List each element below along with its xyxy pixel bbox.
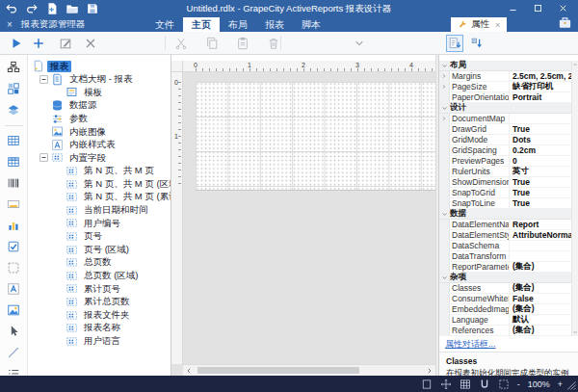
- line-icon[interactable]: [7, 346, 20, 359]
- expand-chevron-icon[interactable]: [439, 114, 450, 123]
- tree-item-report-name[interactable]: 报表名称: [28, 322, 171, 335]
- property-row-embeddedimages[interactable]: EmbeddedImages(集合): [439, 304, 571, 315]
- tree-item-report-folder[interactable]: 报表文件夹: [28, 308, 171, 322]
- property-row-gridmode[interactable]: GridModeDots: [439, 135, 571, 145]
- scroll-right-icon[interactable]: [426, 367, 434, 375]
- property-dialog-link[interactable]: 属性对话框...: [445, 338, 496, 351]
- edit-icon[interactable]: [59, 37, 72, 50]
- tree-item-page-n-of-m-section[interactable]: 第 N 页、共 M 页 (区域): [28, 177, 171, 191]
- chevron-up-icon[interactable]: [572, 62, 578, 67]
- scrollbar-thumb[interactable]: [197, 367, 359, 374]
- tab-file[interactable]: 文件: [146, 17, 183, 32]
- property-row-margins[interactable]: Margins2.5cm, 2.5cm, 2.5cm, 2.5cm: [439, 71, 571, 82]
- group-editor-icon[interactable]: [7, 82, 20, 95]
- property-row-consumewhitespace[interactable]: ConsumeWhiteSpaceFalse: [439, 294, 571, 304]
- tree-item-template[interactable]: 模板: [28, 86, 171, 99]
- tablix-icon[interactable]: [7, 155, 20, 169]
- property-group-header[interactable]: 杂项: [439, 273, 571, 283]
- tab-home[interactable]: 主页: [183, 17, 220, 32]
- property-row-drawgrid[interactable]: DrawGridTrue: [439, 124, 571, 135]
- categorized-view-button[interactable]: [446, 35, 463, 52]
- chevron-down-icon[interactable]: [572, 329, 578, 335]
- redo-icon[interactable]: [25, 2, 39, 15]
- barcode-icon[interactable]: [7, 176, 20, 190]
- properties-scrollbar[interactable]: [571, 61, 578, 336]
- textbox-icon[interactable]: [7, 197, 20, 211]
- expander-minus-icon[interactable]: [39, 74, 49, 85]
- minimize-button[interactable]: [500, 0, 525, 15]
- tree-item-parameters[interactable]: 参数: [28, 112, 171, 125]
- tree-item-cumulative-page-number[interactable]: 累计页号: [28, 282, 171, 296]
- expand-chevron-icon[interactable]: [439, 82, 450, 91]
- checkbox-icon[interactable]: [7, 240, 20, 253]
- sort-order-button[interactable]: [468, 35, 486, 52]
- table-icon[interactable]: [7, 134, 20, 147]
- maximize-button[interactable]: [525, 0, 550, 15]
- properties-tab-close-icon[interactable]: ×: [495, 20, 500, 30]
- trash-icon[interactable]: [267, 37, 280, 50]
- layers-icon[interactable]: [7, 103, 20, 117]
- tree-item-page-number-section[interactable]: 页号 (区域): [28, 243, 171, 256]
- hierarchy-icon[interactable]: [7, 61, 20, 74]
- expand-chevron-icon[interactable]: [439, 71, 450, 81]
- pointer-icon[interactable]: [7, 325, 20, 338]
- property-row-documentmap[interactable]: DocumentMap: [439, 114, 571, 124]
- undo-icon[interactable]: [5, 2, 18, 15]
- property-row-language[interactable]: Language默认: [439, 315, 571, 326]
- tree-item-page-n-of-m-cumulative[interactable]: 第 N 页、共 M 页 (累计): [28, 191, 171, 204]
- paste-icon[interactable]: [236, 37, 250, 50]
- report-page-grid[interactable]: [196, 82, 435, 191]
- tab-properties[interactable]: 属性 ×: [451, 17, 507, 32]
- zoom-out-button[interactable]: -: [517, 379, 520, 389]
- snap-magnet-icon[interactable]: [479, 379, 490, 390]
- property-row-dataelementstyle[interactable]: DataElementStyleAttributeNormal: [439, 230, 571, 241]
- preview-play-icon[interactable]: [10, 37, 23, 50]
- property-row-dataelementname[interactable]: DataElementNameReport: [439, 220, 571, 230]
- tree-item-page-n-of-m[interactable]: 第 N 页、共 M 页: [28, 165, 171, 178]
- horizontal-scrollbar[interactable]: [183, 364, 435, 376]
- tree-item-page-number[interactable]: 页号: [28, 230, 171, 244]
- expander-minus-icon[interactable]: [39, 152, 49, 163]
- property-row-rulerunits[interactable]: RulerUnits英寸: [439, 167, 571, 177]
- close-button[interactable]: [550, 0, 575, 15]
- tree-item-built-in-fields[interactable]: 内置字段: [28, 151, 171, 165]
- property-row-gridspacing[interactable]: GridSpacing0.2cm: [439, 145, 571, 156]
- chart-icon[interactable]: [7, 219, 20, 232]
- scroll-left-icon[interactable]: [185, 367, 193, 375]
- design-canvas[interactable]: 01234 01: [171, 55, 435, 376]
- property-row-datatransform[interactable]: DataTransform: [439, 251, 571, 262]
- tree-item-embedded-stylesheets[interactable]: 内嵌样式表: [28, 139, 171, 152]
- property-row-dataschema[interactable]: DataSchema: [439, 241, 571, 251]
- selection-mode-icon[interactable]: [498, 379, 510, 390]
- formatted-text-icon[interactable]: [7, 282, 20, 296]
- tree-item-user-language[interactable]: 用户语言: [28, 334, 171, 348]
- tree-item-total-pages-section[interactable]: 总页数 (区域): [28, 270, 171, 283]
- tree-item-cumulative-total-pages[interactable]: 累计总页数: [28, 296, 171, 309]
- property-group-header[interactable]: 数据: [439, 209, 571, 220]
- delete-x-icon[interactable]: [84, 37, 97, 50]
- tree-item-embedded-images[interactable]: 内嵌图像: [28, 125, 171, 139]
- tree-item-total-pages[interactable]: 总页数: [28, 256, 171, 270]
- tab-script[interactable]: 脚本: [293, 17, 329, 32]
- property-row-pagesize[interactable]: PageSize缺省打印机: [439, 82, 571, 92]
- tree-item-current-datetime[interactable]: 当前日期和时间: [28, 204, 171, 218]
- tab-layout[interactable]: 布局: [220, 17, 256, 32]
- property-row-classes[interactable]: Classes(集合): [439, 283, 571, 294]
- copy-icon[interactable]: [205, 37, 219, 50]
- container-icon[interactable]: [7, 261, 20, 274]
- toolbox-icon[interactable]: [558, 15, 572, 30]
- property-group-header[interactable]: 设计: [439, 103, 571, 114]
- add-icon[interactable]: [32, 37, 45, 50]
- left-panel-close-icon[interactable]: ×: [7, 17, 13, 32]
- property-row-references[interactable]: References(集合): [439, 326, 571, 336]
- tree-item-data-sources[interactable]: 数据源: [28, 99, 171, 113]
- property-row-showdimension[interactable]: ShowDimensionTrue: [439, 177, 571, 188]
- property-row-snaptogrid[interactable]: SnapToGridTrue: [439, 188, 571, 198]
- tab-report[interactable]: 报表: [256, 17, 293, 32]
- tree-item-report[interactable]: 报表: [28, 60, 171, 73]
- zoom-in-button[interactable]: +: [558, 379, 563, 389]
- property-row-previewpages[interactable]: PreviewPages0: [439, 156, 571, 167]
- style-dropdown[interactable]: [354, 38, 365, 49]
- tree-item-document-outline[interactable]: 文档大纲 - 报表: [28, 73, 171, 87]
- open-file-icon[interactable]: [66, 2, 79, 15]
